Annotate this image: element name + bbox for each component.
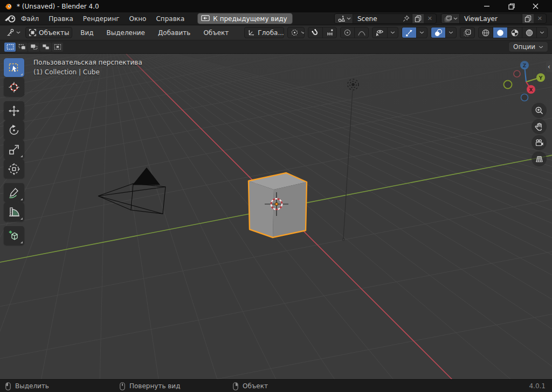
tool-measure[interactable] xyxy=(4,202,24,221)
menu-file[interactable]: Файл xyxy=(16,12,44,25)
tool-transform[interactable] xyxy=(4,159,24,178)
tool-options-dropdown[interactable]: Опции xyxy=(509,42,548,52)
shading-wireframe-button[interactable] xyxy=(479,27,493,38)
tool-scale[interactable] xyxy=(4,140,24,159)
overlays-icon xyxy=(434,29,443,37)
menu-help[interactable]: Справка xyxy=(151,12,189,25)
select-mode-new-button[interactable] xyxy=(4,43,16,52)
select-mode-invert-button[interactable] xyxy=(40,43,51,52)
perspective-grid-icon xyxy=(535,155,544,164)
xray-toggle[interactable] xyxy=(460,27,475,38)
viewport-header: Объекты Вид Выделение Добавить Объект Гл… xyxy=(0,25,552,40)
snap-toggle[interactable] xyxy=(308,27,322,38)
pivot-point-icon xyxy=(291,29,299,37)
status-hint-rotate: Повернуть вид xyxy=(120,380,180,392)
chevron-down-icon xyxy=(419,31,424,34)
close-button[interactable] xyxy=(523,0,548,12)
menu-view[interactable]: Вид xyxy=(75,29,98,37)
orientation-axes-icon xyxy=(247,29,256,37)
gizmos-dropdown[interactable] xyxy=(416,27,427,38)
zoom-button[interactable] xyxy=(532,103,547,118)
window-controls xyxy=(475,0,548,12)
material-preview-icon xyxy=(510,29,519,37)
select-mode-extend-button[interactable] xyxy=(16,43,27,52)
new-scene-button[interactable] xyxy=(412,14,424,23)
select-mode-subtract-button[interactable] xyxy=(28,43,39,52)
tool-move[interactable] xyxy=(4,101,24,120)
view-layer-selector: ViewLayer ✕ xyxy=(441,13,547,24)
viewport-nav-buttons xyxy=(532,103,547,166)
tool-select-box[interactable] xyxy=(4,58,24,77)
editor-3d-viewport-icon xyxy=(6,28,15,37)
scale-tool-icon xyxy=(8,143,20,156)
tool-cursor[interactable] xyxy=(4,78,24,96)
camera-view-button[interactable] xyxy=(532,135,547,150)
pivot-point-select[interactable] xyxy=(287,27,305,38)
shading-mode-group xyxy=(478,27,548,38)
tool-rotate[interactable] xyxy=(4,121,24,139)
menu-object[interactable]: Объект xyxy=(198,29,233,37)
shading-dropdown[interactable] xyxy=(536,27,547,38)
pin-scene-button[interactable] xyxy=(401,14,412,23)
pin-icon xyxy=(403,15,410,22)
add-cube-icon xyxy=(8,229,20,242)
camera-object[interactable] xyxy=(98,168,165,214)
axis-gizmo-minus-z[interactable] xyxy=(521,94,528,101)
transform-orientation-select[interactable]: Глоба... xyxy=(244,27,284,38)
top-menu-bar: Файл Правка Рендеринг Окно Справка К пре… xyxy=(0,12,552,25)
collapse-chevron-icon: ‹ xyxy=(548,63,550,71)
viewport-3d[interactable]: Z Y X Пользовательская перспектива (1) C… xyxy=(0,54,552,379)
mode-selector[interactable]: Объекты xyxy=(25,27,72,38)
hand-icon xyxy=(535,122,544,131)
chevron-down-icon xyxy=(448,31,453,34)
window-title: * (Unsaved) - Blender 4.0 xyxy=(17,3,99,10)
remove-view-layer-button[interactable]: ✕ xyxy=(534,15,546,22)
view-layer-browse-button[interactable] xyxy=(441,14,460,23)
pan-button[interactable] xyxy=(532,119,547,134)
back-to-previous-view-button[interactable]: К предыдущему виду xyxy=(198,13,292,24)
select-mode-intersect-button[interactable] xyxy=(52,43,63,52)
select-new-icon xyxy=(7,45,13,50)
show-objects-button[interactable] xyxy=(372,27,387,38)
shading-solid-button[interactable] xyxy=(493,27,507,38)
toggle-ortho-button[interactable] xyxy=(532,151,547,166)
object-origin-dot xyxy=(275,202,278,206)
overlays-dropdown[interactable] xyxy=(445,27,456,38)
menu-window[interactable]: Окно xyxy=(125,12,151,25)
axis-gizmo-minus-x[interactable] xyxy=(514,71,520,77)
blender-version: 4.0.1 xyxy=(529,380,546,392)
snapping-group xyxy=(308,27,337,38)
sidebar-collapse-handle[interactable]: ‹ xyxy=(546,61,552,72)
restore-button[interactable] xyxy=(499,0,523,12)
menu-add[interactable]: Добавить xyxy=(153,29,195,37)
proportional-edit-toggle[interactable] xyxy=(341,27,354,38)
view-layer-name[interactable]: ViewLayer xyxy=(460,15,522,23)
show-overlays-toggle[interactable] xyxy=(431,27,445,38)
shading-material-button[interactable] xyxy=(507,27,522,38)
status-hint-object: Объект xyxy=(233,380,268,392)
view-name-label: Пользовательская перспектива xyxy=(33,59,142,66)
chevron-down-icon xyxy=(347,17,351,20)
tool-annotate[interactable] xyxy=(4,183,24,202)
proportional-edit-group xyxy=(340,27,369,38)
menu-select[interactable]: Выделение xyxy=(102,29,150,37)
status-bar: Выделить Повернуть вид Объект 4.0.1 xyxy=(0,379,552,392)
minimize-button[interactable] xyxy=(475,0,499,12)
show-gizmos-toggle[interactable] xyxy=(402,27,416,38)
tool-add-cube[interactable] xyxy=(4,226,24,245)
chevron-down-icon xyxy=(301,31,305,34)
back-button-label: К предыдущему виду xyxy=(213,15,287,23)
scene-browse-button[interactable] xyxy=(335,14,353,23)
solid-shading-icon xyxy=(496,29,505,37)
scene-name[interactable]: Scene xyxy=(353,15,401,23)
proportional-falloff-select[interactable] xyxy=(354,27,369,38)
axis-gizmo-minus-y[interactable] xyxy=(504,81,512,89)
menu-edit[interactable]: Правка xyxy=(44,12,78,25)
menu-render[interactable]: Рендеринг xyxy=(78,12,125,25)
editor-type-button[interactable] xyxy=(4,26,22,39)
duplicate-icon xyxy=(415,15,422,22)
snap-target-select[interactable] xyxy=(322,27,337,38)
new-view-layer-button[interactable] xyxy=(522,14,534,23)
shading-rendered-button[interactable] xyxy=(522,27,536,38)
unlink-scene-button[interactable]: ✕ xyxy=(424,15,436,22)
